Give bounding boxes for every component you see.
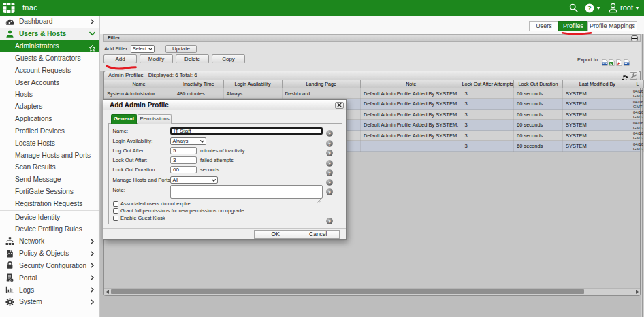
delete-button[interactable]: Delete xyxy=(176,54,209,64)
sidebar-item-portal[interactable]: Portal xyxy=(0,271,99,284)
sidebar-item-label: Account Requests xyxy=(15,67,71,74)
sidebar-item-device-identity[interactable]: Device Identity xyxy=(0,211,99,223)
column-header-last-modified-by[interactable]: Last Modified By xyxy=(563,80,632,88)
grid-cell: 3 xyxy=(462,131,515,141)
column-header-name[interactable]: Name xyxy=(104,80,174,88)
lock_out_after-help-icon[interactable]: ? xyxy=(326,157,333,164)
help-icon[interactable]: ? xyxy=(585,0,594,16)
sidebar-item-profiled-devices[interactable]: Profiled Devices xyxy=(0,124,99,137)
modal-tab-general[interactable]: General xyxy=(111,114,137,124)
column-header-landing-page[interactable]: Landing Page xyxy=(283,80,361,88)
login_availability-help-icon[interactable]: ? xyxy=(326,137,333,144)
policy-icon xyxy=(5,249,14,258)
export-csv-icon[interactable] xyxy=(602,56,608,63)
sidebar-item-adapters[interactable]: Adapters xyxy=(0,101,99,113)
name-label: Name: xyxy=(113,127,129,135)
sidebar-item-label: Logs xyxy=(19,286,34,294)
sidebar-item-manage-hosts-and-ports[interactable]: Manage Hosts and Ports xyxy=(0,149,99,161)
checkbox-enable-guest-kiosk[interactable] xyxy=(113,216,118,221)
log_out_after-label: Log Out After: xyxy=(113,147,145,154)
manage_hosts_ports-select[interactable]: All xyxy=(170,176,218,184)
log_out_after-help-icon[interactable]: ? xyxy=(326,147,333,154)
tab-users[interactable]: Users xyxy=(529,21,559,31)
log_out_after-input[interactable] xyxy=(170,147,197,154)
sidebar-item-logs[interactable]: Logs xyxy=(0,284,99,296)
grid-row-1[interactable]: System Administrator480 minutesAlwaysDas… xyxy=(104,88,640,99)
export-pdf-icon[interactable] xyxy=(616,56,622,63)
dialog-close-button[interactable] xyxy=(335,102,344,109)
svg-text:?: ? xyxy=(328,141,331,147)
filter-collapse-button[interactable] xyxy=(631,35,638,41)
sidebar-item-label: Adapters xyxy=(15,103,42,110)
scrollbar-thumb[interactable] xyxy=(111,289,584,294)
manage_hosts_ports-help-icon[interactable]: ? xyxy=(326,176,333,183)
lock_out_duration-help-icon[interactable]: ? xyxy=(326,167,333,173)
sidebar-item-administrators[interactable]: Administrators xyxy=(0,40,99,52)
tab-profiles[interactable]: Profiles xyxy=(558,21,588,31)
username[interactable]: root xyxy=(620,0,633,16)
column-header-inactivity-time[interactable]: Inactivity Time xyxy=(174,80,224,88)
sidebar-item-system[interactable]: System xyxy=(0,296,99,308)
checkbox-associated-users-do-not-expire[interactable] xyxy=(113,201,118,207)
svg-text:?: ? xyxy=(328,131,331,137)
update-button[interactable]: Update xyxy=(165,45,197,53)
sidebar-item-security-configuration[interactable]: Security Configuration xyxy=(0,260,99,272)
sidebar-item-locate-hosts[interactable]: Locate Hosts xyxy=(0,137,99,149)
login_availability-select[interactable]: Always xyxy=(170,137,206,145)
enable-guest-kiosk-help-icon[interactable]: ? xyxy=(326,215,333,222)
sidebar-item-scan-results[interactable]: Scan Results xyxy=(0,161,99,173)
column-header-lock-out-duration[interactable]: Lock Out Duration xyxy=(514,80,563,88)
sidebar-item-device-profiling-rules[interactable]: Device Profiling Rules xyxy=(0,223,99,235)
sidebar-item-registration-requests[interactable]: Registration Requests xyxy=(0,197,99,210)
column-header-login-availability[interactable]: Login Availability xyxy=(224,80,283,88)
name-input[interactable] xyxy=(170,127,323,135)
sidebar-item-policy-objects[interactable]: Policy & Objects xyxy=(0,248,99,260)
refresh-icon[interactable] xyxy=(622,72,628,79)
column-header-note[interactable]: Note xyxy=(361,80,462,88)
note-help-icon[interactable]: ? xyxy=(326,186,333,193)
sidebar-item-network[interactable]: Network xyxy=(0,235,99,248)
sidebar-item-users-hosts[interactable]: Users & Hosts xyxy=(0,28,99,40)
grid-cell: 60 seconds xyxy=(514,110,563,120)
fortinet-grid-logo-icon[interactable] xyxy=(3,2,15,14)
add-button[interactable]: Add xyxy=(103,54,137,64)
sidebar-item-send-message[interactable]: Send Message xyxy=(0,173,99,186)
add-filter-select[interactable]: Select xyxy=(131,45,155,53)
scroll-left-arrow[interactable] xyxy=(104,289,110,295)
name-help-icon[interactable]: ? xyxy=(326,127,333,134)
add-filter-select-value: Select xyxy=(131,46,148,52)
grid-cell: 60 seconds xyxy=(514,141,563,152)
search-icon[interactable] xyxy=(569,0,578,16)
cancel-button[interactable]: Cancel xyxy=(297,230,340,239)
export-xls-icon[interactable] xyxy=(609,56,615,63)
user-icon[interactable] xyxy=(608,0,618,16)
modify-button[interactable]: Modify xyxy=(140,54,173,64)
note-textarea[interactable] xyxy=(170,185,323,199)
export-rtf-icon[interactable] xyxy=(624,56,630,63)
help-caret-icon[interactable] xyxy=(596,0,600,16)
checkbox-grant-full-permissions-for-new[interactable] xyxy=(113,208,118,214)
star-icon[interactable] xyxy=(88,42,96,50)
sidebar-item-guests-contractors[interactable]: Guests & Contractors xyxy=(0,52,99,64)
modal-tab-permissions[interactable]: Permissions xyxy=(138,114,172,124)
sidebar-item-user-accounts[interactable]: User Accounts xyxy=(0,76,99,88)
tab-profile-mappings[interactable]: Profile Mappings xyxy=(587,21,637,31)
filter-panel-header[interactable] xyxy=(103,34,641,43)
copy-button[interactable]: Copy xyxy=(212,54,245,64)
select-caret-icon xyxy=(148,46,154,52)
user-caret-icon[interactable] xyxy=(634,0,639,16)
column-header-l[interactable]: L xyxy=(632,80,644,88)
ok-button[interactable]: OK xyxy=(254,230,297,239)
sidebar-item-hosts[interactable]: Hosts xyxy=(0,88,99,101)
settings-wrench-button[interactable] xyxy=(630,72,637,80)
logs-icon xyxy=(5,286,14,295)
sidebar-item-fortigate-sessions[interactable]: FortiGate Sessions xyxy=(0,186,99,198)
column-header-lock-out-after-attempts[interactable]: Lock Out After Attempts xyxy=(462,80,515,88)
sidebar-item-applications[interactable]: Applications xyxy=(0,113,99,125)
lock_out_after-input[interactable] xyxy=(170,156,197,164)
lock_out_duration-input[interactable] xyxy=(170,166,197,173)
scroll-right-arrow[interactable] xyxy=(634,289,640,295)
sidebar-item-dashboard[interactable]: Dashboard xyxy=(0,16,99,28)
sidebar-item-account-requests[interactable]: Account Requests xyxy=(0,64,99,76)
sidebar-item-label: Scan Results xyxy=(15,163,55,171)
